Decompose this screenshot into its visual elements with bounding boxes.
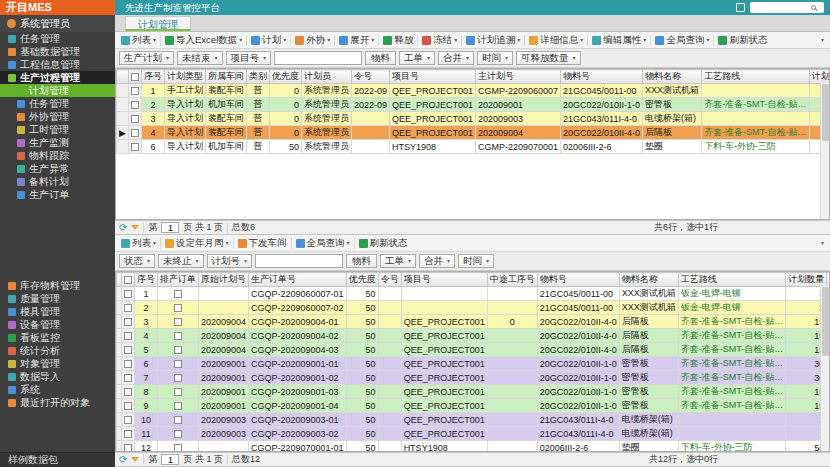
schedule-checkbox[interactable] xyxy=(174,360,182,368)
column-header[interactable]: 主计划号 xyxy=(475,70,560,84)
schedule-checkbox[interactable] xyxy=(174,402,182,410)
global-search-button[interactable]: 全局查询▾ xyxy=(293,237,353,250)
row-checkbox[interactable] xyxy=(124,444,132,452)
row-select-cell[interactable] xyxy=(122,385,135,399)
vertical-scrollbar[interactable] xyxy=(820,83,829,219)
column-header[interactable]: 物料名称 xyxy=(619,273,678,287)
dispatch-workshop-button[interactable]: 下发车间 xyxy=(235,237,290,250)
schedule-checkbox[interactable] xyxy=(174,388,182,396)
outsource-button[interactable]: 外协▾ xyxy=(292,34,333,47)
row-select-cell[interactable] xyxy=(122,371,135,385)
column-header[interactable]: 项目号 xyxy=(389,70,475,84)
scrollbar-thumb[interactable] xyxy=(822,84,829,141)
not-terminated-filter[interactable]: 未终止▾ xyxy=(158,254,204,268)
sidebar-item-bottom-8[interactable]: 系统 xyxy=(0,383,115,396)
plan-type-filter[interactable]: 生产计划▾ xyxy=(119,51,174,65)
keyword-input[interactable] xyxy=(255,254,343,268)
schedule-checkbox[interactable] xyxy=(174,318,182,326)
schedule-checkbox[interactable] xyxy=(174,290,182,298)
toolbar-overflow-icon[interactable]: ▾ xyxy=(821,240,827,246)
column-header[interactable]: 中途工序号 xyxy=(487,273,537,287)
row-select-cell[interactable] xyxy=(122,343,135,357)
workorder-filter[interactable]: 工单▾ xyxy=(399,51,435,65)
row-select-cell[interactable] xyxy=(128,126,141,140)
column-header[interactable]: 优先度 xyxy=(346,273,378,287)
sidebar-item-child-5[interactable]: 物料跟踪 xyxy=(0,149,115,162)
select-all-checkbox[interactable] xyxy=(124,276,132,284)
toolbar-overflow-icon[interactable]: ▾ xyxy=(821,37,827,43)
schedule-checkbox[interactable] xyxy=(174,416,182,424)
table-row[interactable]: 6导入计划机加车间普50系统管理员HTSY1908CGMP-2209070001… xyxy=(117,140,830,154)
schedule-checkbox[interactable] xyxy=(174,304,182,312)
sidebar-item-bottom-3[interactable]: 设备管理 xyxy=(0,318,115,331)
table-row[interactable]: 5202009004CGQP-202009004-0350QEE_PROJECT… xyxy=(117,343,830,357)
schedule-checkbox[interactable] xyxy=(174,332,182,340)
sidebar-item-top-2[interactable]: 工程信息管理 xyxy=(0,58,115,71)
sidebar-item-bottom-6[interactable]: 对象管理 xyxy=(0,357,115,370)
workorder-filter[interactable]: 工单▾ xyxy=(380,254,416,268)
row-select-cell[interactable] xyxy=(122,301,135,315)
material-button[interactable]: 物料 xyxy=(365,51,396,65)
sidebar-item-child-7[interactable]: 备料计划 xyxy=(0,175,115,188)
release-button[interactable]: 释放 xyxy=(380,34,416,47)
material-button[interactable]: 物料 xyxy=(346,254,377,268)
row-select-cell[interactable] xyxy=(122,441,135,453)
table-row[interactable]: 9202009001CGQP-202009001-0450QEE_PROJECT… xyxy=(117,399,830,413)
refresh-icon[interactable]: ⟳ xyxy=(119,223,127,233)
schedule-checkbox[interactable] xyxy=(174,374,182,382)
plan-trace-button[interactable]: 计划追溯▾ xyxy=(463,34,523,47)
schedule-checkbox[interactable] xyxy=(174,346,182,354)
merge-filter[interactable]: 合并▾ xyxy=(419,254,455,268)
select-all-header[interactable] xyxy=(128,70,141,84)
sidebar-item-bottom-0[interactable]: 库存物料管理 xyxy=(0,279,115,292)
row-select-cell[interactable] xyxy=(122,315,135,329)
column-header[interactable]: 计划数量 xyxy=(809,70,830,84)
apps-icon[interactable] xyxy=(736,3,745,12)
search-input[interactable] xyxy=(753,3,811,12)
sidebar-item-child-1[interactable]: 任务管理 xyxy=(0,97,115,110)
keyword-input[interactable] xyxy=(274,51,362,65)
column-header[interactable]: 物料号 xyxy=(537,273,619,287)
column-header[interactable]: 项目号 xyxy=(401,273,487,287)
sidebar-item-child-0[interactable]: 计划管理 xyxy=(0,84,115,97)
row-checkbox[interactable] xyxy=(131,87,139,95)
table-row[interactable]: 6202009001CGQP-202009001-0150QEE_PROJECT… xyxy=(117,357,830,371)
sidebar-item-sample-data[interactable]: 样例数据包 xyxy=(0,452,115,467)
sidebar-item-child-2[interactable]: 外协管理 xyxy=(0,110,115,123)
table-row[interactable]: 2导入计划机加车间普0系统管理员2022-09QEE_PROJECT001202… xyxy=(117,98,830,112)
plan-no-filter[interactable]: 计划号▾ xyxy=(207,254,253,268)
status-filter[interactable]: 状态▾ xyxy=(119,254,155,268)
row-checkbox[interactable] xyxy=(124,402,132,410)
row-checkbox[interactable] xyxy=(124,290,132,298)
edit-attr-button[interactable]: 编辑属性▾ xyxy=(589,34,649,47)
sidebar-item-bottom-7[interactable]: 数据导入 xyxy=(0,370,115,383)
row-checkbox[interactable] xyxy=(124,332,132,340)
merge-filter[interactable]: 合并▾ xyxy=(438,51,474,65)
row-select-cell[interactable] xyxy=(122,357,135,371)
sidebar-item-production-process[interactable]: 生产过程管理 xyxy=(0,71,115,84)
row-select-cell[interactable] xyxy=(128,112,141,126)
freeze-button[interactable]: 冻结▾ xyxy=(419,34,460,47)
page-input[interactable] xyxy=(161,222,179,233)
table-row[interactable]: 3导入计划装配车间普0系统管理员QEE_PROJECT0012020090032… xyxy=(117,112,830,126)
row-select-cell[interactable] xyxy=(122,287,135,301)
column-header[interactable]: 计划数量 xyxy=(786,273,827,287)
set-period-button[interactable]: 设定年月周▾ xyxy=(162,237,232,250)
schedule-checkbox[interactable] xyxy=(174,444,182,452)
column-header[interactable]: 工艺路线 xyxy=(678,273,786,287)
column-header[interactable]: 排产订单 xyxy=(158,273,199,287)
time-filter[interactable]: 时间▾ xyxy=(458,254,494,268)
row-checkbox[interactable] xyxy=(124,388,132,396)
row-select-cell[interactable] xyxy=(122,413,135,427)
column-header[interactable]: 优先度 xyxy=(269,70,301,84)
row-checkbox[interactable] xyxy=(131,143,139,151)
plan-button[interactable]: 计划▾ xyxy=(248,34,289,47)
sidebar-item-bottom-9[interactable]: 最近打开的对象 xyxy=(0,396,115,409)
field-filter[interactable]: 项目号▾ xyxy=(226,51,272,65)
tab-plan-management[interactable]: 计划管理 xyxy=(125,16,191,31)
scrollbar-thumb[interactable] xyxy=(822,287,829,356)
row-checkbox[interactable] xyxy=(131,115,139,123)
sidebar-item-child-3[interactable]: 工时管理 xyxy=(0,123,115,136)
column-header[interactable]: 类别 xyxy=(246,70,269,84)
column-header[interactable]: 物料名称 xyxy=(643,70,702,84)
